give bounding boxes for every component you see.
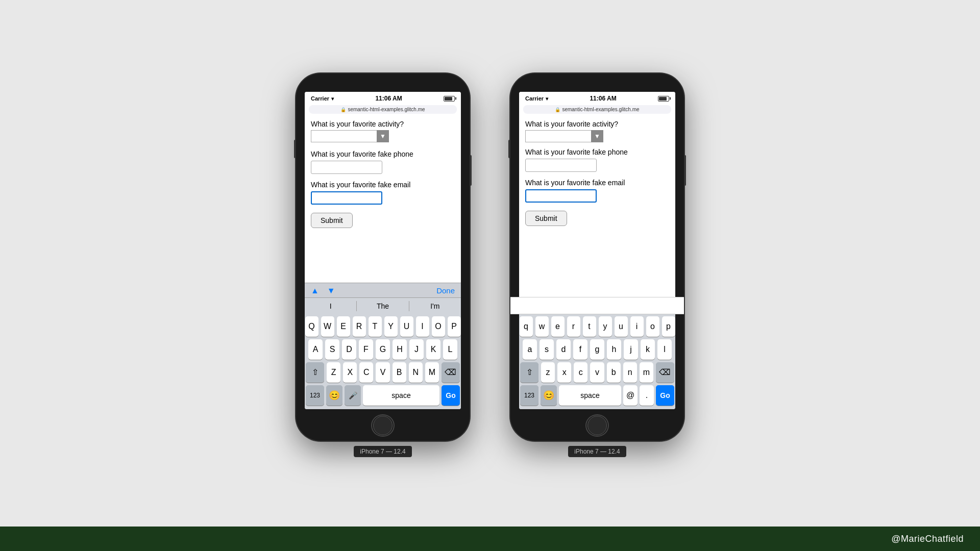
left-key-v[interactable]: V: [376, 362, 389, 383]
left-key-t[interactable]: T: [369, 316, 382, 337]
left-key-emoji[interactable]: 😊: [326, 385, 342, 406]
left-battery-fill: [445, 97, 452, 101]
right-lock-icon: 🔒: [555, 107, 560, 112]
left-key-space[interactable]: space: [363, 385, 439, 406]
left-phone-screen: Carrier ▾ 11:06 AM 🔒 semantic-html-examp…: [305, 92, 461, 409]
right-key-e[interactable]: e: [551, 316, 565, 337]
left-key-i[interactable]: I: [416, 316, 429, 337]
right-wifi-icon: ▾: [546, 96, 548, 102]
right-key-k[interactable]: k: [641, 339, 655, 360]
right-key-h[interactable]: h: [607, 339, 621, 360]
left-key-x[interactable]: X: [343, 362, 357, 383]
right-key-u[interactable]: u: [615, 316, 628, 337]
right-status-battery: [658, 96, 669, 102]
left-home-button-inner: [373, 416, 393, 435]
left-key-mic[interactable]: 🎤: [345, 385, 361, 406]
right-key-z[interactable]: z: [541, 362, 555, 383]
left-key-n[interactable]: N: [409, 362, 423, 383]
left-toolbar-up[interactable]: ▲: [311, 286, 319, 295]
left-key-h[interactable]: H: [393, 339, 407, 360]
left-key-u[interactable]: U: [400, 316, 413, 337]
left-address-bar[interactable]: 🔒 semantic-html-examples.glitch.me: [309, 105, 457, 114]
left-key-l[interactable]: L: [443, 339, 457, 360]
right-key-123[interactable]: 123: [520, 385, 538, 406]
right-question1: What is your favorite fake phone: [525, 147, 669, 157]
left-key-c[interactable]: C: [359, 362, 373, 383]
left-content-area: What is your favorite activity? ▼ What i…: [305, 116, 461, 283]
right-key-at[interactable]: @: [623, 385, 638, 406]
right-key-go[interactable]: Go: [656, 385, 674, 406]
right-key-n[interactable]: n: [623, 362, 637, 383]
left-key-s[interactable]: S: [325, 339, 339, 360]
left-key-f[interactable]: F: [359, 339, 373, 360]
left-autocomplete-1[interactable]: I: [305, 301, 357, 311]
right-key-i[interactable]: i: [630, 316, 644, 337]
left-key-123[interactable]: 123: [306, 385, 324, 406]
right-key-m[interactable]: m: [640, 362, 653, 383]
left-key-go[interactable]: Go: [442, 385, 460, 406]
right-key-r[interactable]: r: [567, 316, 580, 337]
right-address-text: semantic-html-examples.glitch.me: [562, 107, 639, 112]
left-toolbar-nav: ▲ ▼: [311, 286, 335, 295]
right-key-p[interactable]: p: [662, 316, 675, 337]
left-key-k[interactable]: K: [426, 339, 440, 360]
left-phone-input[interactable]: [311, 161, 382, 174]
right-key-t[interactable]: t: [583, 316, 596, 337]
right-key-j[interactable]: j: [624, 339, 638, 360]
left-autocomplete-3[interactable]: I'm: [409, 301, 461, 311]
left-activity-select[interactable]: [311, 130, 377, 142]
left-key-b[interactable]: B: [393, 362, 406, 383]
right-key-s[interactable]: s: [540, 339, 554, 360]
left-key-a[interactable]: A: [308, 339, 323, 360]
left-key-y[interactable]: Y: [384, 316, 398, 337]
right-key-shift[interactable]: ⇧: [520, 362, 538, 383]
right-key-y[interactable]: y: [599, 316, 612, 337]
left-key-r[interactable]: R: [353, 316, 366, 337]
right-home-button[interactable]: [585, 414, 609, 437]
left-autocomplete-2[interactable]: The: [357, 301, 409, 311]
left-toolbar-down[interactable]: ▼: [327, 286, 335, 295]
right-key-g[interactable]: g: [590, 339, 604, 360]
left-key-z[interactable]: Z: [327, 362, 340, 383]
left-key-delete[interactable]: ⌫: [442, 362, 460, 383]
right-key-w[interactable]: w: [535, 316, 549, 337]
left-key-d[interactable]: D: [342, 339, 356, 360]
right-email-input[interactable]: [525, 189, 597, 203]
right-key-space[interactable]: space: [559, 385, 621, 406]
left-key-shift[interactable]: ⇧: [306, 362, 324, 383]
right-key-c[interactable]: c: [574, 362, 587, 383]
left-key-m[interactable]: M: [425, 362, 439, 383]
right-submit-button[interactable]: Submit: [525, 211, 567, 226]
right-key-emoji[interactable]: 😊: [541, 385, 557, 406]
right-key-f[interactable]: f: [573, 339, 587, 360]
right-select-arrow[interactable]: ▼: [591, 130, 603, 142]
left-phone-label: iPhone 7 — 12.4: [354, 446, 411, 457]
right-key-row-1: q w e r t y u i o p: [520, 316, 674, 337]
left-email-input[interactable]: [311, 191, 382, 205]
right-key-a[interactable]: a: [523, 339, 537, 360]
left-key-p[interactable]: P: [448, 316, 461, 337]
right-activity-select[interactable]: [525, 130, 592, 142]
right-key-dot[interactable]: .: [640, 385, 654, 406]
right-key-b[interactable]: b: [607, 362, 621, 383]
right-address-bar[interactable]: 🔒 semantic-html-examples.glitch.me: [523, 105, 671, 114]
right-key-v[interactable]: v: [590, 362, 604, 383]
left-key-w[interactable]: W: [321, 316, 334, 337]
left-key-j[interactable]: J: [409, 339, 424, 360]
right-key-o[interactable]: o: [646, 316, 659, 337]
left-autocomplete-bar: I The I'm: [305, 297, 461, 314]
left-select-arrow[interactable]: ▼: [377, 130, 389, 142]
left-key-q[interactable]: Q: [305, 316, 318, 337]
right-key-q[interactable]: q: [520, 316, 533, 337]
right-key-l[interactable]: l: [657, 339, 672, 360]
left-key-g[interactable]: G: [376, 339, 390, 360]
left-submit-button[interactable]: Submit: [311, 213, 353, 228]
left-key-o[interactable]: O: [432, 316, 445, 337]
left-toolbar-done[interactable]: Done: [436, 286, 455, 295]
right-phone-input[interactable]: [525, 159, 597, 172]
right-key-delete[interactable]: ⌫: [656, 362, 674, 383]
right-key-x[interactable]: x: [557, 362, 571, 383]
left-key-e[interactable]: E: [337, 316, 350, 337]
right-key-d[interactable]: d: [556, 339, 571, 360]
left-home-button[interactable]: [371, 414, 395, 437]
